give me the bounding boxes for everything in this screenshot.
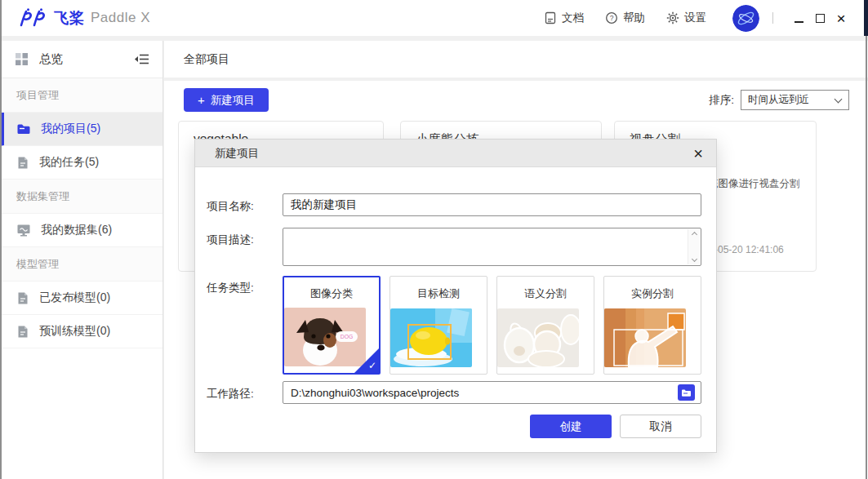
document-icon: [544, 11, 557, 24]
project-description-label: 项目描述:: [207, 233, 254, 247]
help-icon: ?: [605, 11, 618, 24]
breadcrumb-bar: 全部项目: [164, 41, 868, 78]
task-option-label: 目标检测: [390, 286, 487, 301]
task-option-semantic-segmentation[interactable]: 语义分割: [496, 276, 594, 375]
sidebar-overview-label[interactable]: 总览: [39, 51, 134, 67]
textarea-scrollbar[interactable]: [688, 229, 700, 264]
collapse-sidebar-icon[interactable]: [134, 53, 149, 65]
docs-label: 文档: [562, 11, 584, 25]
project-description-input[interactable]: [284, 229, 687, 264]
minimize-icon: [795, 21, 803, 23]
file-icon: [16, 156, 29, 170]
project-card-timestamp: -05-20 12:41:06: [714, 244, 784, 255]
dialog-header: 新建项目 ×: [195, 140, 716, 167]
task-option-object-detection[interactable]: 目标检测: [389, 276, 487, 375]
semantic-segmentation-image: [497, 308, 579, 367]
sidebar-item-label: 我的数据集(6): [41, 223, 112, 237]
task-type-options: 图像分类 DOG ✓ 目标检测: [283, 276, 701, 375]
help-menu[interactable]: ? 帮助: [605, 11, 645, 25]
project-name-label: 项目名称:: [207, 199, 254, 214]
window-right-edge-top: [864, 0, 868, 36]
sidebar-item-pretrained-models[interactable]: 预训练模型(0): [0, 315, 162, 348]
project-card-description: 底图像进行视盘分割: [708, 177, 814, 191]
folder-browse-icon: [681, 388, 692, 397]
breadcrumb-all-projects[interactable]: 全部项目: [184, 52, 229, 67]
grid-overview-icon: [15, 52, 29, 66]
header-divider-band: [0, 36, 868, 41]
docs-menu[interactable]: 文档: [544, 11, 584, 25]
window-right-edge: [866, 36, 867, 479]
plus-icon: +: [198, 93, 205, 107]
task-option-label: 语义分割: [497, 286, 594, 301]
brand-logo: 飞桨 Paddle X: [0, 8, 150, 28]
sort-dropdown-value: 时间从远到近: [748, 93, 809, 107]
dialog-close-icon[interactable]: ×: [693, 145, 703, 162]
minimize-button[interactable]: [788, 7, 809, 29]
close-icon: ×: [836, 11, 845, 26]
scroll-up-icon[interactable]: [691, 232, 697, 237]
sidebar-header: 总览: [0, 41, 162, 78]
task-option-image-classification[interactable]: 图像分类 DOG ✓: [283, 276, 381, 375]
sidebar-item-label: 我的任务(5): [39, 155, 99, 170]
check-icon: ✓: [368, 360, 376, 371]
sidebar-item-label: 预训练模型(0): [39, 324, 110, 339]
svg-text:?: ?: [610, 14, 614, 22]
task-option-label: 图像分类: [284, 286, 379, 301]
maximize-button[interactable]: [809, 7, 830, 29]
brand-name-cn: 飞桨: [54, 8, 85, 28]
scroll-down-icon[interactable]: [691, 256, 697, 262]
content-divider-band: [164, 78, 868, 81]
task-type-label: 任务类型:: [207, 281, 254, 295]
sort-label: 排序:: [709, 93, 734, 108]
top-bar: 飞桨 Paddle X 文档 ? 帮助: [0, 0, 868, 36]
sidebar-item-my-tasks[interactable]: 我的任务(5): [0, 146, 162, 180]
new-project-button[interactable]: + 新建项目: [184, 88, 269, 112]
sidebar-section-models: 模型管理: [0, 247, 162, 282]
gear-icon: [666, 11, 679, 24]
window-left-edge: [0, 0, 2, 479]
create-button[interactable]: 创建: [530, 415, 612, 438]
project-description-field: [283, 228, 701, 266]
dataset-icon: [16, 224, 31, 237]
settings-label: 设置: [684, 11, 706, 25]
project-name-input[interactable]: [283, 193, 701, 216]
cancel-button[interactable]: 取消: [620, 415, 701, 438]
chevron-down-icon: [835, 95, 843, 104]
work-path-label: 工作路径:: [207, 387, 254, 401]
sidebar-item-published-models[interactable]: 已发布模型(0): [0, 282, 162, 315]
close-button[interactable]: ×: [830, 7, 852, 29]
user-avatar[interactable]: [732, 5, 759, 32]
new-project-dialog: 新建项目 × 项目名称: 项目描述: 任务类型: 图像分类: [194, 139, 717, 453]
instance-segmentation-image: [604, 308, 686, 367]
maximize-icon: [816, 14, 825, 23]
file-icon: [16, 291, 29, 305]
brand-name-en: Paddle X: [91, 10, 150, 26]
sidebar-item-label: 我的项目(5): [41, 122, 100, 136]
sidebar-item-my-datasets[interactable]: 我的数据集(6): [0, 214, 162, 247]
lemon-detection-image: [390, 308, 472, 367]
work-path-input[interactable]: [283, 381, 701, 404]
dialog-title: 新建项目: [215, 146, 693, 161]
sidebar-item-label: 已发布模型(0): [39, 291, 110, 305]
window-controls-divider: [772, 12, 773, 24]
settings-menu[interactable]: 设置: [666, 11, 706, 25]
sidebar-section-projects: 项目管理: [0, 78, 162, 113]
task-option-label: 实例分割: [604, 286, 701, 301]
sidebar: 总览 项目管理 我的项目(5): [0, 41, 163, 479]
dog-tag-text: DOG: [341, 334, 353, 339]
folder-icon: [16, 122, 31, 135]
paddle-logo-icon: [18, 8, 49, 28]
app-window: 飞桨 Paddle X 文档 ? 帮助: [0, 0, 868, 479]
sidebar-section-datasets: 数据集管理: [0, 180, 162, 214]
file-icon: [16, 325, 29, 339]
help-label: 帮助: [623, 11, 645, 25]
sidebar-item-my-projects[interactable]: 我的项目(5): [0, 113, 162, 146]
browse-path-button[interactable]: [678, 384, 695, 401]
task-option-instance-segmentation[interactable]: 实例分割: [603, 276, 701, 375]
sort-dropdown[interactable]: 时间从远到近: [741, 90, 849, 110]
